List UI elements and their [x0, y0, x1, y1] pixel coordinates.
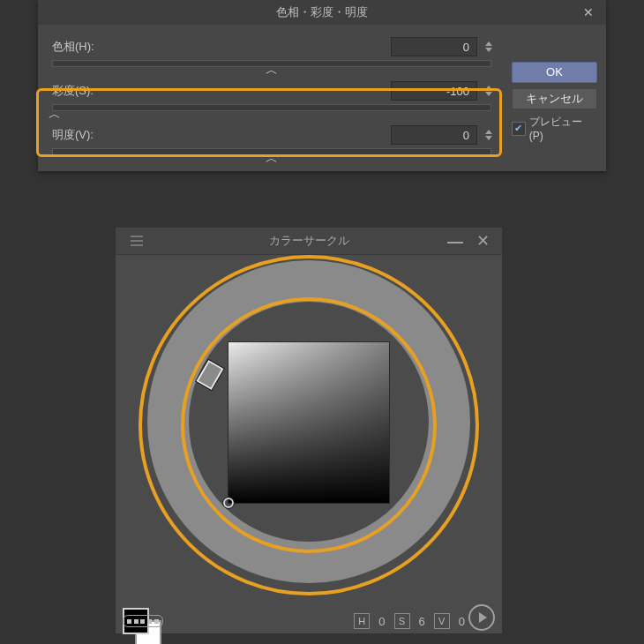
preview-label: プレビュー(P) [529, 115, 595, 142]
saturation-row: 彩度(S): -100 [47, 81, 497, 101]
chevron-up-icon [485, 41, 492, 46]
preview-checkbox-row[interactable]: ✔ プレビュー(P) [512, 115, 595, 142]
value-slider[interactable] [52, 148, 491, 155]
readout-s-value: 6 [419, 615, 425, 628]
hue-value-field[interactable]: 0 [391, 37, 477, 56]
hue-spinner[interactable] [481, 37, 497, 56]
color-circle-body: H 0 S 6 V 0 [116, 255, 502, 634]
close-icon[interactable]: ✕ [571, 0, 606, 25]
readout-h-value: 0 [378, 615, 385, 628]
chevron-down-icon [485, 48, 492, 52]
hsl-body: 色相(H): 0 ︿ 彩度(S): -100 [38, 25, 606, 171]
chevron-up-icon [485, 86, 492, 90]
minimize-icon[interactable] [447, 242, 463, 243]
color-circle-panel: カラーサークル ✕ H 0 S 6 [116, 228, 502, 633]
readout-v-value: 0 [459, 615, 465, 628]
saturation-spinner[interactable] [481, 81, 497, 101]
sv-square[interactable] [228, 341, 390, 504]
close-icon[interactable]: ✕ [470, 228, 495, 254]
checkbox-icon[interactable]: ✔ [512, 122, 526, 136]
chevron-down-icon [485, 92, 492, 96]
readout-s-letter: S [394, 613, 410, 629]
color-circle-title: カラーサークル [269, 233, 349, 249]
color-circle-titlebar[interactable]: カラーサークル ✕ [116, 228, 502, 255]
ok-button[interactable]: OK [512, 62, 597, 83]
color-circle-bottom: H 0 S 6 V 0 [116, 581, 502, 634]
hsl-title: 色相・彩度・明度 [276, 4, 368, 20]
saturation-label: 彩度(S): [47, 83, 140, 99]
readout-v-letter: V [434, 613, 450, 629]
readout-h-letter: H [354, 613, 370, 629]
palette-strip-icon[interactable] [123, 615, 163, 627]
value-spinner[interactable] [481, 125, 497, 145]
value-label: 明度(V): [47, 127, 140, 143]
saturation-slider[interactable] [52, 104, 491, 111]
hsl-titlebar[interactable]: 色相・彩度・明度 ✕ [38, 0, 606, 25]
value-value-field[interactable]: 0 [391, 125, 477, 145]
hue-slider[interactable] [52, 60, 491, 67]
hsl-side-buttons: OK キャンセル ✔ プレビュー(P) [512, 62, 595, 142]
hue-label: 色相(H): [47, 39, 140, 55]
chevron-up-icon [485, 130, 492, 134]
chevron-down-icon [485, 136, 492, 140]
cancel-button[interactable]: キャンセル [512, 88, 597, 109]
hsl-dialog: 色相・彩度・明度 ✕ 色相(H): 0 ︿ 彩度(S): [38, 0, 606, 171]
saturation-value-field[interactable]: -100 [391, 81, 477, 101]
play-icon[interactable] [468, 604, 495, 631]
value-row: 明度(V): 0 [47, 125, 497, 145]
hamburger-icon[interactable] [116, 228, 149, 254]
hue-row: 色相(H): 0 [47, 37, 497, 56]
hsv-readout: H 0 S 6 V 0 [354, 613, 465, 629]
sv-cursor[interactable] [223, 498, 234, 508]
